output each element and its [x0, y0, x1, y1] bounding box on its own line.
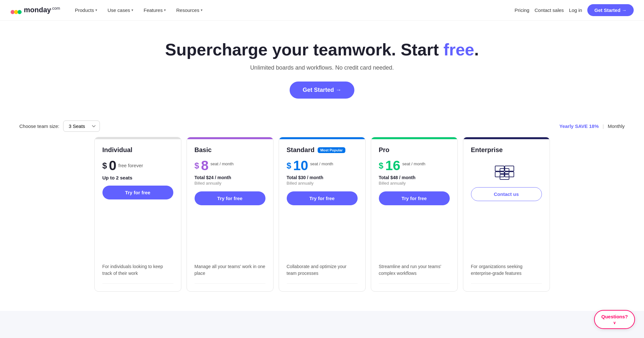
navbar: monday.com Products ▾ Use cases ▾ Featur… — [0, 0, 644, 21]
team-size-wrapper: Choose team size: 3 Seats 5 Seats 10 Sea… — [19, 121, 100, 132]
billing-divider: | — [603, 123, 604, 129]
plan-card-individual: Individual $ 0 free forever Up to 2 seat… — [94, 137, 181, 292]
plan-card-basic: Basic $ 8 seat / month Total $24 / month… — [187, 137, 274, 292]
enterprise-svg-icon — [494, 162, 519, 181]
chevron-down-icon: ▾ — [201, 8, 203, 12]
plan-name-standard: Standard Most Popular — [287, 146, 358, 154]
price-symbol-basic: $ — [195, 161, 199, 171]
svg-point-0 — [11, 10, 15, 14]
nav-use-cases[interactable]: Use cases ▾ — [103, 5, 138, 15]
price-meta-pro: seat / month — [402, 161, 426, 166]
logo[interactable]: monday.com — [10, 5, 60, 16]
billing-toggle: Yearly SAVE 18% | Monthly — [559, 123, 625, 129]
chevron-down-icon: ▾ — [95, 8, 97, 12]
hero-free-word: free — [444, 40, 474, 59]
plan-card-enterprise: Enterprise Contact us For organizations … — [463, 137, 550, 292]
chevron-down-icon: ▾ — [131, 8, 133, 12]
svg-point-2 — [18, 10, 22, 14]
enterprise-icon — [471, 162, 542, 181]
price-free-label: free forever — [118, 163, 143, 168]
nav-right: Pricing Contact sales Log in Get Started… — [514, 4, 634, 16]
price-total-basic: Total $24 / month — [195, 175, 265, 180]
try-free-button-individual[interactable]: Try for free — [102, 186, 173, 199]
description-pro: Streamline and run your teams' complex w… — [379, 263, 450, 277]
hero-section: Supercharge your teamwork. Start free. U… — [0, 21, 644, 111]
price-symbol-standard: $ — [287, 161, 291, 171]
nav-products[interactable]: Products ▾ — [71, 5, 102, 15]
nav-features[interactable]: Features ▾ — [139, 5, 170, 15]
billing-monthly[interactable]: Monthly — [608, 123, 625, 129]
price-meta-basic: seat / month — [210, 161, 234, 166]
price-billed-standard: Billed annually — [287, 181, 358, 186]
description-individual: For individuals looking to keep track of… — [102, 263, 173, 277]
description-basic: Manage all your teams' work in one place — [195, 263, 265, 277]
hero-subtitle: Unlimited boards and workflows. No credi… — [6, 64, 638, 71]
price-row-basic: $ 8 seat / month — [195, 159, 265, 172]
card-top-bar-enterprise — [463, 137, 550, 139]
pricing-section: Individual $ 0 free forever Up to 2 seat… — [0, 137, 644, 311]
cards-container: Individual $ 0 free forever Up to 2 seat… — [13, 137, 631, 292]
price-billed-basic: Billed annually — [195, 181, 265, 186]
try-free-button-standard[interactable]: Try for free — [287, 191, 358, 205]
controls-row: Choose team size: 3 Seats 5 Seats 10 Sea… — [0, 111, 644, 137]
get-started-nav-button[interactable]: Get Started → — [587, 4, 634, 16]
nav-contact-sales[interactable]: Contact sales — [534, 7, 564, 13]
description-standard: Collaborate and optimize your team proce… — [287, 263, 358, 277]
most-popular-badge: Most Popular — [318, 147, 345, 153]
price-meta-individual: free forever — [118, 161, 143, 168]
nav-login[interactable]: Log in — [569, 7, 582, 13]
card-top-bar-individual — [95, 137, 181, 139]
price-meta-standard: seat / month — [310, 161, 333, 166]
price-total-pro: Total $48 / month — [379, 175, 450, 180]
team-size-label: Choose team size: — [19, 123, 59, 129]
price-value-pro: 16 — [385, 159, 400, 172]
plan-card-pro: Pro $ 16 seat / month Total $48 / month … — [371, 137, 458, 292]
plan-name-individual: Individual — [102, 146, 173, 154]
price-value-standard: 10 — [293, 159, 308, 172]
plan-name-pro: Pro — [379, 146, 450, 154]
hero-period: . — [474, 40, 479, 59]
try-free-button-pro[interactable]: Try for free — [379, 191, 450, 205]
monday-logo-icon — [10, 5, 22, 16]
price-value-basic: 8 — [201, 159, 208, 172]
nav-resources[interactable]: Resources ▾ — [172, 5, 207, 15]
svg-point-1 — [14, 10, 18, 14]
nav-pricing[interactable]: Pricing — [514, 7, 529, 13]
card-top-bar-basic — [187, 137, 273, 139]
billing-yearly[interactable]: Yearly SAVE 18% — [559, 123, 599, 129]
logo-suffix: .com — [51, 6, 60, 11]
logo-text: monday.com — [24, 6, 60, 14]
description-enterprise: For organizations seeking enterprise-gra… — [471, 263, 542, 277]
card-top-bar-standard — [279, 137, 365, 139]
card-top-bar-pro — [371, 137, 457, 139]
billing-save-badge: SAVE 18% — [575, 123, 599, 129]
price-symbol-individual: $ — [102, 161, 107, 171]
price-billed-pro: Billed annually — [379, 181, 450, 186]
hero-headline-part1: Supercharge your teamwork. Start — [165, 40, 444, 59]
contact-us-button-enterprise[interactable]: Contact us — [471, 187, 542, 201]
price-row-standard: $ 10 seat / month — [287, 159, 358, 172]
price-symbol-pro: $ — [379, 161, 383, 171]
price-row-individual: $ 0 free forever — [102, 159, 173, 172]
get-started-hero-button[interactable]: Get Started → — [290, 82, 354, 99]
team-size-select[interactable]: 3 Seats 5 Seats 10 Seats 15 Seats 20 Sea… — [63, 121, 100, 132]
hero-headline: Supercharge your teamwork. Start free. — [6, 40, 638, 59]
try-free-button-basic[interactable]: Try for free — [195, 191, 265, 205]
chevron-down-icon: ▾ — [164, 8, 166, 12]
price-value-individual: 0 — [109, 159, 116, 172]
price-row-pro: $ 16 seat / month — [379, 159, 450, 172]
price-total-standard: Total $30 / month — [287, 175, 358, 180]
seats-label-individual: Up to 2 seats — [102, 175, 173, 180]
plan-name-basic: Basic — [195, 146, 265, 154]
nav-links: Products ▾ Use cases ▾ Features ▾ Resour… — [71, 5, 515, 15]
plan-card-standard: Standard Most Popular $ 10 seat / month … — [279, 137, 366, 292]
plan-name-enterprise: Enterprise — [471, 146, 542, 154]
